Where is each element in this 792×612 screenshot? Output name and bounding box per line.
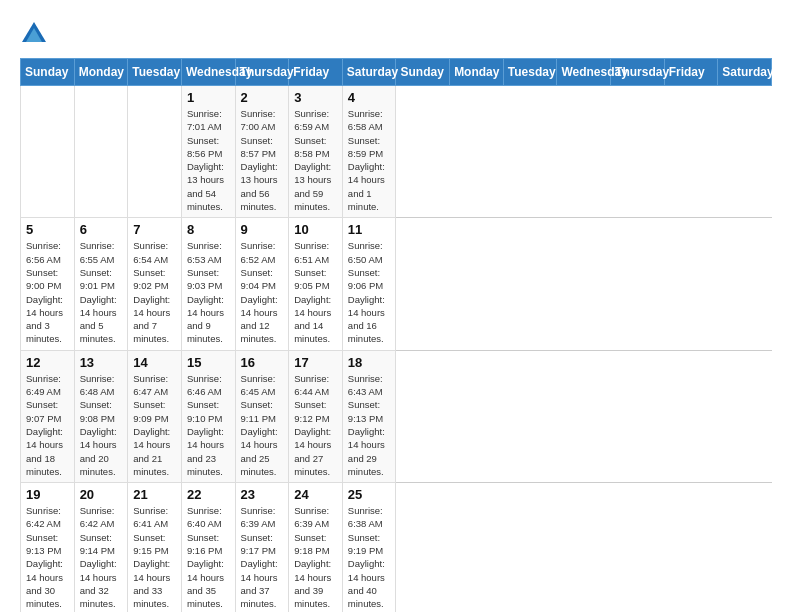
calendar-cell: 1Sunrise: 7:01 AM Sunset: 8:56 PM Daylig… (181, 86, 235, 218)
calendar-cell: 10Sunrise: 6:51 AM Sunset: 9:05 PM Dayli… (289, 218, 343, 350)
day-number: 7 (133, 222, 176, 237)
page-header (20, 20, 772, 48)
calendar-week-row: 19Sunrise: 6:42 AM Sunset: 9:13 PM Dayli… (21, 483, 772, 612)
calendar-cell: 16Sunrise: 6:45 AM Sunset: 9:11 PM Dayli… (235, 350, 289, 482)
day-info: Sunrise: 6:43 AM Sunset: 9:13 PM Dayligh… (348, 372, 391, 478)
day-info: Sunrise: 6:39 AM Sunset: 9:17 PM Dayligh… (241, 504, 284, 610)
day-number: 23 (241, 487, 284, 502)
day-info: Sunrise: 6:49 AM Sunset: 9:07 PM Dayligh… (26, 372, 69, 478)
day-number: 18 (348, 355, 391, 370)
day-number: 13 (80, 355, 123, 370)
day-number: 16 (241, 355, 284, 370)
calendar-week-row: 1Sunrise: 7:01 AM Sunset: 8:56 PM Daylig… (21, 86, 772, 218)
header-saturday: Saturday (342, 59, 396, 86)
day-info: Sunrise: 6:50 AM Sunset: 9:06 PM Dayligh… (348, 239, 391, 345)
day-number: 17 (294, 355, 337, 370)
day-number: 2 (241, 90, 284, 105)
col-header-saturday: Saturday (718, 59, 772, 86)
day-info: Sunrise: 6:47 AM Sunset: 9:09 PM Dayligh… (133, 372, 176, 478)
day-info: Sunrise: 6:41 AM Sunset: 9:15 PM Dayligh… (133, 504, 176, 610)
day-number: 10 (294, 222, 337, 237)
day-number: 11 (348, 222, 391, 237)
col-header-sunday: Sunday (396, 59, 450, 86)
day-info: Sunrise: 6:52 AM Sunset: 9:04 PM Dayligh… (241, 239, 284, 345)
day-info: Sunrise: 6:55 AM Sunset: 9:01 PM Dayligh… (80, 239, 123, 345)
header-wednesday: Wednesday (181, 59, 235, 86)
logo-icon (20, 20, 48, 48)
day-number: 20 (80, 487, 123, 502)
day-number: 5 (26, 222, 69, 237)
calendar-week-row: 12Sunrise: 6:49 AM Sunset: 9:07 PM Dayli… (21, 350, 772, 482)
calendar-cell (128, 86, 182, 218)
calendar-cell: 19Sunrise: 6:42 AM Sunset: 9:13 PM Dayli… (21, 483, 75, 612)
day-info: Sunrise: 6:45 AM Sunset: 9:11 PM Dayligh… (241, 372, 284, 478)
calendar-week-row: 5Sunrise: 6:56 AM Sunset: 9:00 PM Daylig… (21, 218, 772, 350)
day-number: 25 (348, 487, 391, 502)
day-number: 21 (133, 487, 176, 502)
day-number: 8 (187, 222, 230, 237)
day-info: Sunrise: 6:48 AM Sunset: 9:08 PM Dayligh… (80, 372, 123, 478)
day-info: Sunrise: 6:42 AM Sunset: 9:14 PM Dayligh… (80, 504, 123, 610)
calendar-cell: 9Sunrise: 6:52 AM Sunset: 9:04 PM Daylig… (235, 218, 289, 350)
header-friday: Friday (289, 59, 343, 86)
day-info: Sunrise: 7:00 AM Sunset: 8:57 PM Dayligh… (241, 107, 284, 213)
day-info: Sunrise: 6:54 AM Sunset: 9:02 PM Dayligh… (133, 239, 176, 345)
day-info: Sunrise: 6:53 AM Sunset: 9:03 PM Dayligh… (187, 239, 230, 345)
day-info: Sunrise: 6:40 AM Sunset: 9:16 PM Dayligh… (187, 504, 230, 610)
calendar-cell: 5Sunrise: 6:56 AM Sunset: 9:00 PM Daylig… (21, 218, 75, 350)
logo (20, 20, 52, 48)
calendar-table: SundayMondayTuesdayWednesdayThursdayFrid… (20, 58, 772, 612)
calendar-header-row: SundayMondayTuesdayWednesdayThursdayFrid… (21, 59, 772, 86)
col-header-friday: Friday (664, 59, 718, 86)
calendar-cell: 18Sunrise: 6:43 AM Sunset: 9:13 PM Dayli… (342, 350, 396, 482)
day-info: Sunrise: 6:39 AM Sunset: 9:18 PM Dayligh… (294, 504, 337, 610)
day-number: 6 (80, 222, 123, 237)
day-info: Sunrise: 6:59 AM Sunset: 8:58 PM Dayligh… (294, 107, 337, 213)
day-info: Sunrise: 6:44 AM Sunset: 9:12 PM Dayligh… (294, 372, 337, 478)
col-header-tuesday: Tuesday (503, 59, 557, 86)
day-info: Sunrise: 6:38 AM Sunset: 9:19 PM Dayligh… (348, 504, 391, 610)
day-info: Sunrise: 7:01 AM Sunset: 8:56 PM Dayligh… (187, 107, 230, 213)
day-number: 14 (133, 355, 176, 370)
calendar-cell (74, 86, 128, 218)
col-header-thursday: Thursday (611, 59, 665, 86)
day-info: Sunrise: 6:51 AM Sunset: 9:05 PM Dayligh… (294, 239, 337, 345)
day-number: 9 (241, 222, 284, 237)
calendar-cell: 15Sunrise: 6:46 AM Sunset: 9:10 PM Dayli… (181, 350, 235, 482)
day-number: 15 (187, 355, 230, 370)
calendar-cell: 14Sunrise: 6:47 AM Sunset: 9:09 PM Dayli… (128, 350, 182, 482)
calendar-cell: 21Sunrise: 6:41 AM Sunset: 9:15 PM Dayli… (128, 483, 182, 612)
day-number: 19 (26, 487, 69, 502)
day-number: 4 (348, 90, 391, 105)
calendar-cell: 6Sunrise: 6:55 AM Sunset: 9:01 PM Daylig… (74, 218, 128, 350)
col-header-monday: Monday (450, 59, 504, 86)
calendar-cell: 20Sunrise: 6:42 AM Sunset: 9:14 PM Dayli… (74, 483, 128, 612)
calendar-cell: 11Sunrise: 6:50 AM Sunset: 9:06 PM Dayli… (342, 218, 396, 350)
calendar-cell: 4Sunrise: 6:58 AM Sunset: 8:59 PM Daylig… (342, 86, 396, 218)
header-sunday: Sunday (21, 59, 75, 86)
day-number: 24 (294, 487, 337, 502)
day-info: Sunrise: 6:42 AM Sunset: 9:13 PM Dayligh… (26, 504, 69, 610)
calendar-cell: 7Sunrise: 6:54 AM Sunset: 9:02 PM Daylig… (128, 218, 182, 350)
header-monday: Monday (74, 59, 128, 86)
calendar-cell: 23Sunrise: 6:39 AM Sunset: 9:17 PM Dayli… (235, 483, 289, 612)
header-tuesday: Tuesday (128, 59, 182, 86)
calendar-cell: 17Sunrise: 6:44 AM Sunset: 9:12 PM Dayli… (289, 350, 343, 482)
calendar-cell: 2Sunrise: 7:00 AM Sunset: 8:57 PM Daylig… (235, 86, 289, 218)
col-header-wednesday: Wednesday (557, 59, 611, 86)
calendar-cell: 25Sunrise: 6:38 AM Sunset: 9:19 PM Dayli… (342, 483, 396, 612)
day-number: 12 (26, 355, 69, 370)
calendar-cell: 24Sunrise: 6:39 AM Sunset: 9:18 PM Dayli… (289, 483, 343, 612)
day-info: Sunrise: 6:58 AM Sunset: 8:59 PM Dayligh… (348, 107, 391, 213)
calendar-cell: 3Sunrise: 6:59 AM Sunset: 8:58 PM Daylig… (289, 86, 343, 218)
day-info: Sunrise: 6:56 AM Sunset: 9:00 PM Dayligh… (26, 239, 69, 345)
calendar-cell: 12Sunrise: 6:49 AM Sunset: 9:07 PM Dayli… (21, 350, 75, 482)
calendar-cell: 22Sunrise: 6:40 AM Sunset: 9:16 PM Dayli… (181, 483, 235, 612)
calendar-cell: 13Sunrise: 6:48 AM Sunset: 9:08 PM Dayli… (74, 350, 128, 482)
day-number: 3 (294, 90, 337, 105)
header-thursday: Thursday (235, 59, 289, 86)
day-number: 1 (187, 90, 230, 105)
calendar-cell: 8Sunrise: 6:53 AM Sunset: 9:03 PM Daylig… (181, 218, 235, 350)
calendar-cell (21, 86, 75, 218)
day-info: Sunrise: 6:46 AM Sunset: 9:10 PM Dayligh… (187, 372, 230, 478)
